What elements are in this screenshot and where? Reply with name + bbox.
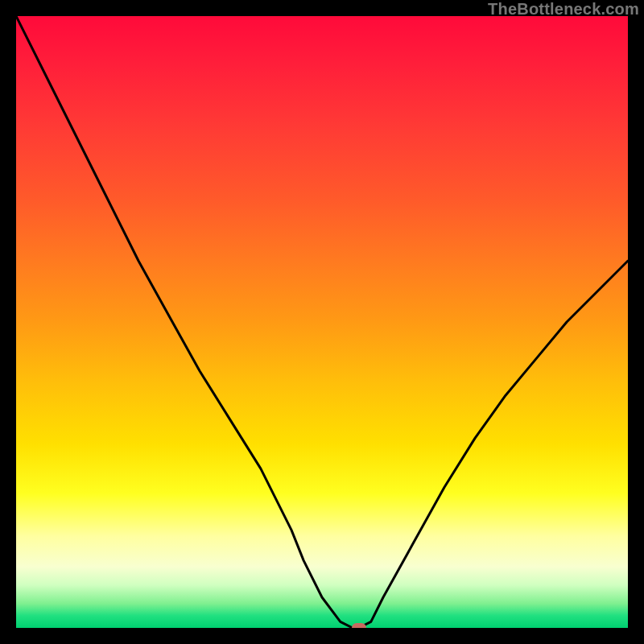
optimal-point-marker (352, 623, 366, 628)
plot-area (16, 16, 628, 628)
watermark-text: TheBottleneck.com (488, 0, 639, 19)
chart-frame: TheBottleneck.com (0, 0, 644, 644)
bottleneck-curve (16, 16, 628, 628)
